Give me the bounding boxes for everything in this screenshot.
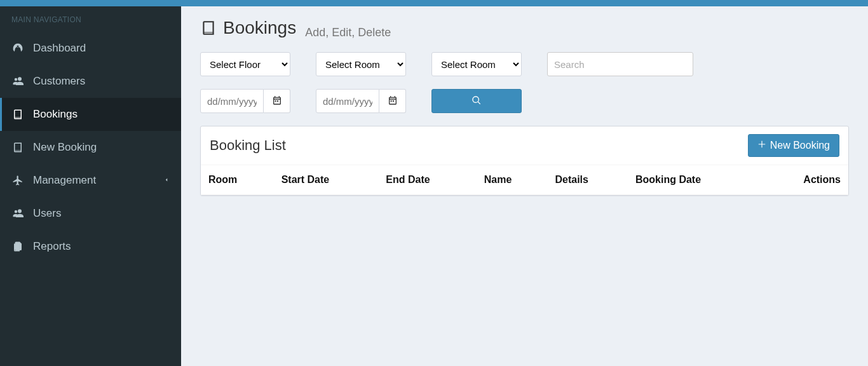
chevron-left-icon: [163, 176, 170, 185]
page-header: Bookings Add, Edit, Delete: [200, 18, 849, 39]
col-end-date: End Date: [378, 165, 476, 195]
col-booking-date: Booking Date: [628, 165, 761, 195]
col-actions: Actions: [761, 165, 848, 195]
sidebar-item-label: Bookings: [33, 108, 78, 121]
booking-table: Room Start Date End Date Name Details Bo…: [201, 165, 848, 195]
sidebar-item-label: Reports: [33, 240, 71, 253]
new-booking-button[interactable]: New Booking: [748, 134, 839, 157]
page-title-text: Bookings: [223, 18, 296, 38]
page-title: Bookings: [200, 18, 296, 38]
plus-icon: [757, 140, 766, 151]
page-subtitle: Add, Edit, Delete: [305, 26, 391, 39]
search-button[interactable]: [431, 89, 522, 113]
sidebar-header: MAIN NAVIGATION: [0, 6, 181, 32]
new-booking-label: New Booking: [770, 140, 830, 151]
top-bar: [0, 0, 868, 6]
end-date-input[interactable]: [316, 89, 379, 113]
sidebar-item-label: Dashboard: [33, 42, 86, 55]
sidebar-item-label: Users: [33, 207, 61, 220]
book-icon: [11, 109, 24, 120]
sidebar-item-label: New Booking: [33, 141, 97, 154]
files-icon: [11, 241, 24, 252]
sidebar-item-dashboard[interactable]: Dashboard: [0, 32, 181, 65]
start-date-group: [200, 89, 290, 113]
search-icon: [471, 95, 482, 107]
end-date-group: [316, 89, 406, 113]
calendar-addon[interactable]: [264, 89, 290, 113]
sidebar-item-users[interactable]: Users: [0, 197, 181, 230]
sidebar-item-management[interactable]: Management: [0, 164, 181, 197]
sidebar-item-customers[interactable]: Customers: [0, 65, 181, 98]
panel-header: Booking List New Booking: [201, 126, 848, 165]
calendar-icon: [388, 95, 398, 107]
sidebar-item-label: Customers: [33, 75, 85, 88]
room2-select[interactable]: Select Room: [431, 52, 522, 76]
col-name: Name: [477, 165, 548, 195]
booking-list-panel: Booking List New Booking Room Start Date…: [200, 126, 849, 196]
search-input[interactable]: [547, 52, 693, 76]
plane-icon: [11, 175, 24, 186]
panel-title: Booking List: [210, 137, 286, 154]
start-date-input[interactable]: [200, 89, 264, 113]
calendar-addon[interactable]: [379, 89, 406, 113]
sidebar-item-new-booking[interactable]: New Booking: [0, 131, 181, 164]
col-details: Details: [547, 165, 627, 195]
sidebar: MAIN NAVIGATION Dashboard Customers: [0, 6, 181, 366]
users-icon: [11, 76, 24, 87]
floor-select[interactable]: Select Floor: [200, 52, 290, 76]
sidebar-item-label: Management: [33, 174, 96, 187]
sidebar-item-reports[interactable]: Reports: [0, 230, 181, 263]
calendar-icon: [272, 95, 282, 107]
room1-select[interactable]: Select Room: [316, 52, 406, 76]
dashboard-icon: [11, 43, 24, 54]
col-start-date: Start Date: [274, 165, 379, 195]
sidebar-item-bookings[interactable]: Bookings: [0, 98, 181, 131]
col-room: Room: [201, 165, 274, 195]
book-icon: [200, 20, 217, 36]
book-icon: [11, 142, 24, 153]
main-content: Bookings Add, Edit, Delete Select Floor …: [181, 6, 868, 366]
users-icon: [11, 208, 24, 219]
